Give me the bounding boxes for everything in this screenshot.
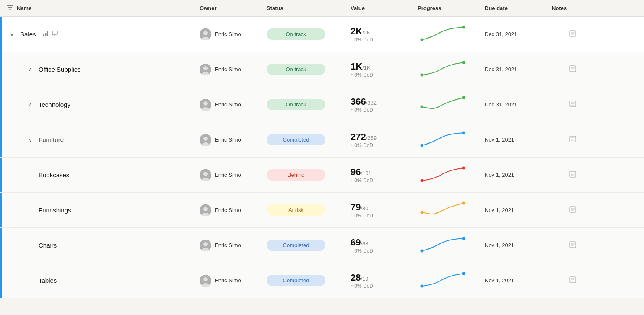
svg-rect-3 — [52, 31, 57, 35]
name-cell: Furnishings — [7, 207, 200, 214]
value-main: 1K — [351, 61, 362, 72]
status-cell: Behind — [267, 169, 351, 181]
value-column-header: Value — [351, 5, 418, 11]
value-dod: ↑ 0% DoD — [351, 248, 418, 254]
owner-column-header: Owner — [200, 5, 267, 11]
notes-icon[interactable] — [569, 30, 576, 39]
value-cell: 1K/1K ↑ 0% DoD — [351, 61, 418, 78]
progress-cell — [418, 200, 485, 221]
comment-icon[interactable] — [52, 31, 58, 38]
owner-name: Enric Simo — [215, 66, 241, 72]
owner-name: Enric Simo — [215, 101, 241, 108]
progress-cell — [418, 129, 485, 150]
chart-icon[interactable] — [43, 31, 49, 38]
progress-cell — [418, 270, 485, 291]
name-cell: ∧ Office Supplies — [7, 66, 200, 73]
value-dod: ↑ 0% DoD — [351, 107, 418, 113]
name-cell: Bookcases — [7, 171, 200, 178]
avatar — [200, 275, 211, 287]
status-badge: On track — [267, 99, 325, 110]
svg-point-32 — [462, 166, 465, 169]
svg-point-8 — [462, 26, 465, 28]
status-badge: On track — [267, 64, 325, 75]
owner-cell: Enric Simo — [200, 204, 267, 216]
owner-cell: Enric Simo — [200, 240, 267, 251]
svg-point-47 — [203, 277, 208, 281]
value-cell: 96/101 ↑ 0% DoD — [351, 167, 418, 183]
status-cell: Completed — [267, 240, 351, 251]
status-badge: Behind — [267, 169, 325, 181]
status-column-header: Status — [267, 5, 351, 11]
value-cell: 272/269 ↑ 0% DoD — [351, 132, 418, 148]
name-cell: Tables — [7, 277, 200, 284]
notes-icon[interactable] — [569, 276, 576, 285]
svg-point-37 — [421, 211, 423, 214]
notes-cell — [552, 65, 594, 74]
chevron-up-icon[interactable]: ∧ — [29, 102, 35, 108]
owner-name: Enric Simo — [215, 31, 241, 37]
status-cell: At risk — [267, 204, 351, 216]
due-date-cell: Dec 31, 2021 — [485, 66, 552, 72]
svg-point-17 — [203, 101, 208, 106]
value-sub: /2K — [362, 29, 371, 36]
row-accent-bar — [0, 52, 2, 87]
row-accent-bar — [0, 193, 2, 227]
value-cell: 2K/2K ↑ 0% DoD — [351, 26, 418, 43]
notes-cell — [552, 206, 594, 215]
table-header: Name Owner Status Value Progress Due dat… — [0, 0, 644, 17]
avatar — [200, 240, 211, 251]
svg-point-19 — [421, 105, 423, 108]
svg-point-20 — [462, 96, 465, 99]
notes-icon[interactable] — [569, 65, 576, 74]
notes-icon[interactable] — [569, 241, 576, 250]
main-table: Name Owner Status Value Progress Due dat… — [0, 0, 644, 315]
notes-cell — [552, 241, 594, 250]
due-date-column-header: Due date — [485, 5, 552, 11]
table-row-bookcases: Bookcases Enric Simo Behind 96/101 ↑ 0% … — [0, 158, 644, 193]
svg-point-49 — [421, 284, 423, 287]
due-date-cell: Dec 31, 2021 — [485, 101, 552, 108]
notes-icon[interactable] — [569, 170, 576, 180]
avatar — [200, 134, 211, 146]
row-accent-bar — [0, 263, 2, 298]
avatar — [200, 204, 211, 216]
svg-rect-2 — [47, 31, 48, 36]
svg-point-38 — [462, 201, 465, 204]
table-row-chairs: Chairs Enric Simo Completed 69/68 ↑ 0% D… — [0, 228, 644, 263]
value-dod: ↑ 0% DoD — [351, 283, 418, 289]
value-sub: /80 — [361, 205, 368, 212]
owner-cell: Enric Simo — [200, 169, 267, 181]
row-name: Sales — [20, 31, 36, 38]
owner-cell: Enric Simo — [200, 134, 267, 146]
svg-point-50 — [462, 272, 465, 275]
progress-cell — [418, 59, 485, 80]
filter-icon[interactable] — [7, 4, 13, 12]
progress-cell — [418, 24, 485, 45]
notes-cell — [552, 135, 594, 145]
table-row-sales: ∨ Sales — [0, 17, 644, 52]
status-badge: Completed — [267, 240, 325, 251]
notes-icon[interactable] — [569, 100, 576, 109]
chevron-up-icon[interactable]: ∧ — [29, 67, 35, 72]
chevron-down-icon[interactable]: ∨ — [10, 31, 17, 37]
notes-column-header: Notes — [552, 5, 594, 11]
svg-point-5 — [203, 31, 208, 35]
svg-rect-1 — [45, 33, 46, 36]
notes-icon[interactable] — [569, 206, 576, 215]
notes-icon[interactable] — [569, 135, 576, 145]
svg-point-29 — [203, 172, 208, 176]
row-name: Office Supplies — [39, 66, 81, 73]
svg-point-25 — [421, 144, 423, 147]
name-cell: ∨ Furniture — [7, 136, 200, 143]
chevron-down-icon[interactable]: ∨ — [29, 137, 35, 143]
due-date-cell: Nov 1, 2021 — [485, 137, 552, 143]
value-dod: ↑ 0% DoD — [351, 72, 418, 78]
due-date-cell: Nov 1, 2021 — [485, 207, 552, 213]
value-main: 272 — [351, 132, 366, 142]
svg-point-23 — [203, 137, 208, 141]
svg-point-14 — [462, 61, 465, 64]
notes-cell — [552, 170, 594, 180]
due-date-cell: Nov 1, 2021 — [485, 277, 552, 284]
value-main: 28 — [351, 272, 361, 283]
notes-cell — [552, 100, 594, 109]
